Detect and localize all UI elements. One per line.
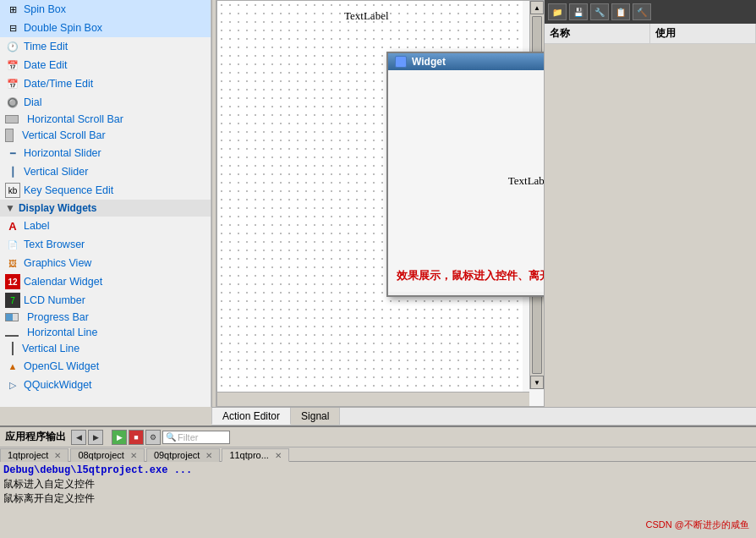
sidebar-label-dial: Dial	[24, 96, 42, 108]
sidebar-item-qquickwidget[interactable]: ▷ QQuickWidget	[0, 376, 211, 394]
progressbar-icon	[5, 313, 19, 321]
output-tab-4-close[interactable]: ✕	[275, 451, 282, 460]
category-label: Display Widgets	[19, 202, 97, 214]
output-tabs: 1qtproject ✕ 08qtproject ✕ 09qtproject ✕…	[0, 447, 756, 462]
sidebar: ⊞ Spin Box ⊟ Double Spin Box 🕐 Time Edit…	[0, 0, 211, 407]
sidebar-label-calendarwidget: Calendar Widget	[24, 276, 102, 288]
sidebar-item-vslider[interactable]: ┃ Vertical Slider	[0, 162, 211, 181]
output-tab-3[interactable]: 09qtproject ✕	[146, 448, 221, 462]
prop-tool-btn-5[interactable]: 🔨	[633, 3, 651, 20]
prop-tool-btn-2[interactable]: 💾	[569, 3, 588, 20]
sidebar-item-vscrollbar[interactable]: Vertical Scroll Bar	[0, 127, 211, 144]
widget-title-icon	[395, 56, 407, 68]
sidebar-label-hscrollbar: Horizontal Scroll Bar	[27, 113, 123, 125]
qquickwidget-icon: ▷	[5, 377, 20, 393]
output-tab-1[interactable]: 1qtproject ✕	[0, 448, 68, 462]
sidebar-category-display[interactable]: ▼ Display Widgets	[0, 200, 211, 217]
prop-tool-btn-3[interactable]: 🔧	[590, 3, 609, 20]
hline-icon	[5, 335, 19, 337]
sidebar-label-lcdnumber: LCD Number	[24, 294, 85, 306]
scroll-up-arrow[interactable]: ▲	[530, 1, 544, 14]
output-line-1: 鼠标进入自定义控件	[3, 478, 753, 492]
sidebar-item-dial[interactable]: 🔘 Dial	[0, 93, 211, 112]
sidebar-label-progressbar: Progress Bar	[27, 311, 89, 323]
output-tab-3-close[interactable]: ✕	[205, 451, 212, 460]
output-tab-2[interactable]: 08qtproject ✕	[70, 448, 145, 462]
sidebar-label-textbrowser: Text Browser	[24, 239, 85, 250]
widget-text-label: TextLabel	[508, 174, 545, 188]
label-icon: A	[5, 218, 20, 233]
sidebar-item-hscrollbar[interactable]: Horizontal Scroll Bar	[0, 112, 211, 127]
output-line-2: 鼠标离开自定义控件	[3, 492, 753, 507]
sidebar-label-vscrollbar: Vertical Scroll Bar	[22, 129, 106, 141]
action-tab-editor-label: Action Editor	[222, 410, 280, 422]
sidebar-item-hline[interactable]: Horizontal Line	[0, 325, 211, 340]
sidebar-item-progressbar[interactable]: Progress Bar	[0, 310, 211, 325]
textbrowser-icon: 📄	[5, 237, 20, 252]
datetimeedit-icon: 📅	[5, 76, 20, 91]
sidebar-item-openglwidget[interactable]: ▲ OpenGL Widget	[0, 357, 211, 376]
output-filter[interactable]: 🔍 Filter	[162, 431, 230, 444]
sidebar-label-vline: Vertical Line	[22, 343, 79, 354]
spinbox-icon: ⊞	[5, 2, 20, 17]
watermark: CSDN @不断进步的咸鱼	[646, 519, 749, 531]
sidebar-item-graphicsview[interactable]: 🖼 Graphics View	[0, 254, 211, 272]
sidebar-label-qquickwidget: QQuickWidget	[24, 379, 92, 391]
widget-titlebar[interactable]: Widget	[388, 53, 545, 70]
category-chevron: ▼	[5, 202, 15, 214]
dial-icon: 🔘	[5, 95, 20, 110]
vscrollbar-icon	[5, 129, 14, 142]
output-tab-2-label: 08qtproject	[78, 450, 123, 460]
canvas-area: TextLabel ▲ ▼ Widget TextLabel 效果展示，鼠标进入	[216, 0, 545, 407]
sidebar-item-keyseq[interactable]: kb Key Sequence Edit	[0, 181, 211, 200]
sidebar-label-timeedit: Time Edit	[24, 41, 68, 52]
sidebar-item-hslider[interactable]: ━ Horizontal Slider	[0, 144, 211, 162]
prop-tool-btn-4[interactable]: 📋	[611, 3, 630, 20]
sidebar-item-calendarwidget[interactable]: 12 Calendar Widget	[0, 272, 211, 291]
graphicsview-icon: 🖼	[5, 255, 20, 271]
sidebar-label-graphicsview: Graphics View	[24, 257, 91, 269]
action-tab-editor[interactable]: Action Editor	[211, 408, 291, 425]
output-btn-play[interactable]: ▶	[112, 430, 127, 445]
sidebar-label-dateedit: Date Edit	[24, 59, 67, 71]
openglwidget-icon: ▲	[5, 359, 20, 374]
sidebar-item-timeedit[interactable]: 🕐 Time Edit	[0, 37, 211, 56]
lcdnumber-icon: 7	[5, 293, 20, 308]
sidebar-item-spinbox[interactable]: ⊞ Spin Box	[0, 0, 211, 19]
sidebar-label-openglwidget: OpenGL Widget	[24, 360, 99, 372]
action-tab-signal[interactable]: Signal	[291, 408, 340, 425]
output-btn-space[interactable]	[105, 430, 110, 445]
output-btn-prev[interactable]: ◀	[71, 430, 86, 445]
output-tab-2-close[interactable]: ✕	[130, 451, 137, 460]
sidebar-item-datetimeedit[interactable]: 📅 Date/Time Edit	[0, 74, 211, 93]
output-content: Debug\debug\l5qtproject.exe ... 鼠标进入自定义控…	[0, 462, 756, 538]
output-btn-stop[interactable]: ■	[129, 430, 144, 445]
output-tab-1-close[interactable]: ✕	[54, 451, 61, 460]
vslider-icon: ┃	[5, 164, 20, 179]
output-tab-3-label: 09qtproject	[154, 450, 200, 460]
filter-label: Filter	[178, 432, 198, 442]
sidebar-item-lcdnumber[interactable]: 7 LCD Number	[0, 291, 211, 310]
hslider-icon: ━	[5, 145, 20, 161]
sidebar-item-doublespinbox[interactable]: ⊟ Double Spin Box	[0, 19, 211, 37]
top-area: ⊞ Spin Box ⊟ Double Spin Box 🕐 Time Edit…	[0, 0, 756, 407]
sidebar-item-textbrowser[interactable]: 📄 Text Browser	[0, 235, 211, 254]
canvas-scrollbar-horizontal[interactable]	[217, 392, 529, 406]
output-tab-4[interactable]: 11qtpro... ✕	[222, 448, 289, 462]
output-tab-4-label: 11qtpro...	[229, 450, 268, 460]
widget-body: TextLabel 效果展示，鼠标进入控件、离开控件，均触发事件	[388, 70, 545, 292]
keyseq-icon: kb	[5, 183, 20, 198]
sidebar-item-label[interactable]: A Label	[0, 217, 211, 235]
hscrollbar-icon	[5, 115, 19, 124]
dateedit-icon: 📅	[5, 58, 20, 73]
sidebar-label-spinbox: Spin Box	[24, 3, 66, 15]
scroll-down-arrow[interactable]: ▼	[530, 376, 544, 389]
calendarwidget-icon: 12	[5, 274, 20, 289]
prop-tool-btn-1[interactable]: 📁	[548, 3, 567, 20]
output-btn-next[interactable]: ▶	[88, 430, 103, 445]
sidebar-item-dateedit[interactable]: 📅 Date Edit	[0, 56, 211, 74]
sidebar-item-vline[interactable]: Vertical Line	[0, 340, 211, 357]
right-panel: 📁 💾 🔧 📋 🔨 名称 使用	[545, 0, 756, 407]
output-btn-settings[interactable]: ⚙	[145, 430, 161, 445]
action-tab-signal-label: Signal	[301, 410, 329, 422]
